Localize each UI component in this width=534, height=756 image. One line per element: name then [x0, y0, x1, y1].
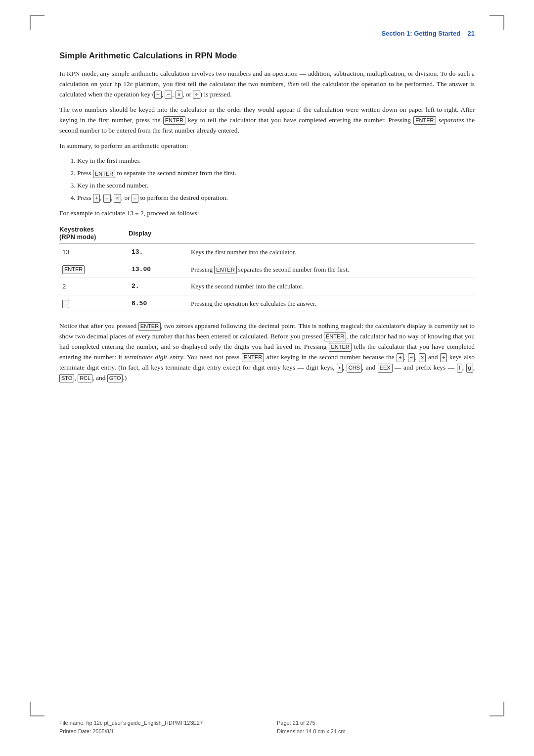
enter-key-inline-2: ENTER [413, 116, 436, 125]
corner-mark-tl [30, 15, 44, 30]
footer-left: File name: hp 12c pt_user's guide_Englis… [59, 719, 257, 736]
table-row: 13 13. Keys the first number into the ca… [59, 244, 475, 261]
footer-filename: File name: hp 12c pt_user's guide_Englis… [59, 719, 257, 728]
enter-key-desc: ENTER [214, 266, 236, 274]
enter-key-notice-2: ENTER [324, 332, 346, 341]
display-1: 13. [129, 244, 188, 261]
example-intro: For example to calculate 13 ÷ 2, proceed… [59, 208, 475, 219]
footer: File name: hp 12c pt_user's guide_Englis… [59, 719, 475, 736]
col-header-keystrokes: Keystrokes(RPN mode) [59, 226, 129, 244]
gto-key: GTO [107, 374, 123, 382]
eex-key: EEX [378, 364, 393, 372]
corner-mark-br [490, 702, 504, 716]
page-title: Simple Arithmetic Calculations in RPN Mo… [59, 51, 475, 61]
footer-dimension: Dimension: 14.8 cm x 21 cm [277, 727, 475, 736]
intro-paragraph: In RPN mode, any simple arithmetic calcu… [59, 69, 475, 100]
plus-key-step4: + [93, 194, 100, 202]
enter-key-table: ENTER [62, 265, 85, 274]
page-number: 21 [468, 30, 475, 37]
minus-key-step4: − [103, 194, 110, 202]
notice-paragraph: Notice that after you pressed ENTER, two… [59, 321, 475, 383]
dot-key: • [337, 364, 343, 372]
table-row: ÷ 6.50 Pressing the operation key calcul… [59, 295, 475, 312]
desc-1: Keys the first number into the calculato… [188, 244, 475, 261]
desc-enter: Pressing ENTER separates the second numb… [188, 261, 475, 278]
enter-key-notice-4: ENTER [242, 353, 264, 362]
section-header: Section 1: Getting Started 21 [59, 30, 475, 37]
step-3: Key in the second number. [77, 181, 475, 191]
chs-key: CHS [347, 364, 362, 372]
col-header-display: Display [129, 226, 188, 244]
divide-key-step4: ÷ [132, 194, 138, 202]
table-row: ENTER 13.00 Pressing ENTER separates the… [59, 261, 475, 278]
section-label: Section 1: Getting Started [381, 30, 460, 37]
sto-key: STO [59, 374, 74, 382]
multiply-key: × [176, 91, 182, 99]
divide-key-notice: ÷ [440, 353, 447, 362]
step-1: Key in the first number. [77, 156, 475, 166]
desc-divide: Pressing the operation key calculates th… [188, 295, 475, 312]
multiply-key-notice: × [419, 353, 426, 362]
step-2: Press ENTER to separate the second numbe… [77, 168, 475, 179]
corner-mark-tr [490, 15, 504, 30]
multiply-key-step4: × [114, 194, 121, 202]
display-enter: 13.00 [129, 261, 188, 278]
keystroke-table: Keystrokes(RPN mode) Display 13 13. Keys… [59, 226, 475, 312]
order-paragraph: The two numbers should be keyed into the… [59, 105, 475, 136]
display-divide: 6.50 [129, 295, 188, 312]
corner-mark-bl [30, 702, 44, 716]
steps-list: Key in the first number. Press ENTER to … [77, 156, 475, 203]
keystroke-2: 2 [59, 278, 129, 295]
footer-right: Page: 21 of 275 Dimension: 14.8 cm x 21 … [277, 719, 475, 736]
f-key: f [457, 364, 462, 372]
keystroke-enter: ENTER [59, 261, 129, 278]
plus-key-notice: + [397, 353, 403, 362]
col-header-desc [188, 226, 475, 244]
desc-2: Keys the second number into the calculat… [188, 278, 475, 295]
keystroke-divide: ÷ [59, 295, 129, 312]
g-key: g [466, 364, 473, 372]
enter-key-notice-1: ENTER [138, 322, 161, 331]
page: Section 1: Getting Started 21 Simple Ari… [0, 0, 534, 756]
keystroke-table-section: Keystrokes(RPN mode) Display 13 13. Keys… [59, 226, 475, 312]
divide-key: ÷ [193, 91, 200, 99]
minus-key: − [165, 91, 172, 99]
table-row: 2 2. Keys the second number into the cal… [59, 278, 475, 295]
step-4: Press +, −, ×, or ÷ to perform the desir… [77, 193, 475, 203]
keystroke-1: 13 [59, 244, 129, 261]
rcl-key: RCL [78, 374, 92, 382]
enter-key-notice-3: ENTER [329, 343, 351, 351]
enter-key-inline-1: ENTER [163, 116, 185, 125]
plus-key: + [154, 91, 161, 99]
divide-key-table: ÷ [62, 300, 69, 308]
footer-pages: Page: 21 of 275 [277, 719, 475, 728]
display-2: 2. [129, 278, 188, 295]
footer-printdate: Printed Date: 2005/8/1 [59, 727, 257, 736]
summary-intro: In summary, to perform an arithmetic ope… [59, 141, 475, 151]
minus-key-notice: − [408, 353, 415, 362]
enter-key-step2: ENTER [93, 170, 115, 178]
